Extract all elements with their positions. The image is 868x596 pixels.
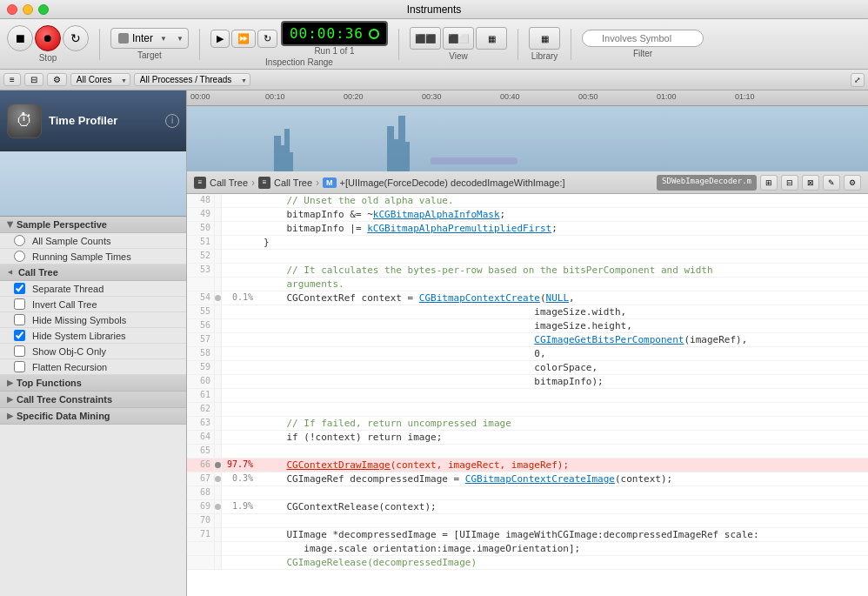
close-button[interactable] <box>7 4 17 15</box>
breadcrumb-item-2[interactable]: ≡ Call Tree <box>258 177 312 189</box>
separate-thread-label: Separate Thread <box>32 284 103 294</box>
specific-data-mining-triangle: ▶ <box>7 412 13 420</box>
code-line-63: 63 // If failed, return uncompressed ima… <box>187 417 868 431</box>
code-line-57: 57 CGImageGetBitsPerComponent(imageRef), <box>187 333 868 347</box>
library-button[interactable]: ▦ <box>529 27 560 50</box>
resize-btn[interactable]: ⤢ <box>851 73 865 87</box>
show-objc-only-item[interactable]: Show Obj-C Only <box>0 344 186 359</box>
breadcrumb-method: +[UIImage(ForceDecode) decodedImageWithI… <box>340 177 565 188</box>
breadcrumb-sep-1: › <box>251 177 255 189</box>
code-line-70: 70 <box>187 514 868 528</box>
top-functions-triangle: ▶ <box>7 378 13 387</box>
breadcrumb-btn-5[interactable]: ⚙ <box>844 175 861 191</box>
view-btn-2[interactable]: ⬛⬜ <box>443 27 474 50</box>
flatten-recursion-checkbox[interactable] <box>14 361 25 372</box>
instrument-icon: ⏱ <box>7 104 42 138</box>
ruler-label-6: 01:00 <box>657 92 677 101</box>
window-title: Instruments <box>407 3 462 16</box>
sep4 <box>517 29 518 60</box>
breadcrumb-btn-3[interactable]: ⊠ <box>802 175 819 191</box>
ruler-label-2: 00:20 <box>344 92 364 101</box>
code-line-65: 65 <box>187 445 868 459</box>
breadcrumb-icon-2: ≡ <box>258 177 270 189</box>
breadcrumb-btn-2[interactable]: ⊟ <box>781 175 798 191</box>
threads-select[interactable]: All Processes / Threads <box>134 73 250 86</box>
hide-missing-symbols-item[interactable]: Hide Missing Symbols <box>0 312 186 328</box>
refresh-button[interactable]: ↻ <box>63 25 89 51</box>
play-button[interactable]: ▶ <box>210 30 230 48</box>
target-wrapper: Inter ▼ <box>110 28 189 49</box>
separate-thread-checkbox[interactable] <box>14 283 25 294</box>
show-objc-only-label: Show Obj-C Only <box>32 346 106 357</box>
code-line-51: 51 } <box>187 236 868 250</box>
ruler-label-4: 00:40 <box>500 92 520 101</box>
code-line-66: 66 97.7% CGContextDrawImage(context, ima… <box>187 459 868 472</box>
filter-section: Filter <box>582 30 704 58</box>
core-select[interactable]: All Cores <box>70 73 130 86</box>
invert-call-tree-item[interactable]: Invert Call Tree <box>0 297 186 312</box>
breadcrumb-btn-1[interactable]: ⊞ <box>760 175 778 191</box>
all-sample-counts-label: All Sample Counts <box>32 236 111 246</box>
sample-perspective-header[interactable]: ▶ Sample Perspective <box>0 217 186 233</box>
code-line-69: 69 1.9% CGContextRelease(context); <box>187 500 868 514</box>
stop-button[interactable]: ⏹ <box>7 25 33 51</box>
record-button[interactable]: ⏺ <box>35 25 61 51</box>
transport-buttons: ⏹ ⏺ ↻ <box>7 25 89 51</box>
target-section: Inter ▼ Target <box>110 28 189 60</box>
hide-system-libraries-item[interactable]: Hide System Libraries <box>0 328 186 344</box>
target-select[interactable]: Inter ▼ <box>110 28 189 49</box>
minimize-button[interactable] <box>23 4 33 15</box>
code-line-71b: image.scale orientation:image.imageOrien… <box>187 542 868 556</box>
sample-perspective-label: Sample Perspective <box>17 219 107 230</box>
waveform-bar-1 <box>274 136 281 171</box>
hide-missing-symbols-checkbox[interactable] <box>14 314 25 325</box>
breadcrumb-bar: ≡ Call Tree › ≡ Call Tree › M +[UIImage(… <box>187 171 868 194</box>
code-line-53: 53 // It calculates the bytes-per-row ba… <box>187 264 868 278</box>
call-tree-constraints-label: Call Tree Constraints <box>17 394 112 405</box>
list-view-btn[interactable]: ≡ <box>3 73 21 86</box>
zoom-button[interactable] <box>38 4 49 15</box>
toolbar: ⏹ ⏺ ↻ Stop Inter ▼ Target ▶ <box>0 19 868 70</box>
ruler-label-3: 00:30 <box>422 92 442 101</box>
view-btn-3[interactable]: ▦ <box>476 27 507 50</box>
inspection-controls: ▶ ⏩ ↻ 00:00:36 Run 1 of 1 <box>210 21 388 56</box>
view-label: View <box>449 51 468 61</box>
call-tree-constraints-header[interactable]: ▶ Call Tree Constraints <box>0 392 186 408</box>
running-sample-times-label: Running Sample Times <box>32 251 131 262</box>
ruler-label-0: 00:00 <box>190 92 210 101</box>
code-line-54: 54 0.1% CGContextRef context = CGBitmapC… <box>187 291 868 305</box>
traffic-lights <box>7 4 49 15</box>
breadcrumb-item-3[interactable]: M +[UIImage(ForceDecode) decodedImageWit… <box>323 177 564 188</box>
time-display: 00:00:36 <box>281 21 388 46</box>
view-buttons: ⬛⬛ ⬛⬜ ▦ <box>410 27 507 50</box>
all-sample-counts-item[interactable]: All Sample Counts <box>0 233 186 249</box>
sep2 <box>199 29 200 60</box>
breadcrumb-btn-4[interactable]: ✎ <box>823 175 840 191</box>
call-tree-header[interactable]: ▼ Call Tree <box>0 265 186 281</box>
top-functions-header[interactable]: ▶ Top Functions <box>0 375 186 392</box>
separate-thread-item[interactable]: Separate Thread <box>0 281 186 297</box>
view-btn-1[interactable]: ⬛⬛ <box>410 27 441 50</box>
code-line-52: 52 <box>187 250 868 264</box>
step-button[interactable]: ⏩ <box>231 30 256 48</box>
time-indicator <box>369 29 379 39</box>
specific-data-mining-header[interactable]: ▶ Specific Data Mining <box>0 408 186 425</box>
waveform-content <box>187 106 868 171</box>
loop-button[interactable]: ↻ <box>257 30 277 48</box>
info-button[interactable]: i <box>165 114 179 128</box>
gear-btn[interactable]: ⚙ <box>47 73 67 86</box>
window: Instruments ⏹ ⏺ ↻ Stop Inter ▼ Target <box>0 0 868 596</box>
show-objc-only-checkbox[interactable] <box>14 345 25 357</box>
breadcrumb-item-1[interactable]: ≡ Call Tree <box>194 177 248 189</box>
hide-system-libraries-label: Hide System Libraries <box>32 331 126 341</box>
all-sample-counts-radio[interactable] <box>14 235 25 246</box>
search-input[interactable] <box>582 30 704 47</box>
running-sample-times-item[interactable]: Running Sample Times <box>0 249 186 265</box>
invert-call-tree-checkbox[interactable] <box>14 298 25 310</box>
running-sample-times-radio[interactable] <box>14 251 25 262</box>
flatten-recursion-item[interactable]: Flatten Recursion <box>0 359 186 375</box>
split-view-btn[interactable]: ⊟ <box>24 73 43 86</box>
code-line-64: 64 if (!context) return image; <box>187 431 868 445</box>
timeline-ruler: 00:00 00:10 00:20 00:30 00:40 00:50 01:0… <box>187 90 868 106</box>
hide-system-libraries-checkbox[interactable] <box>14 330 25 341</box>
